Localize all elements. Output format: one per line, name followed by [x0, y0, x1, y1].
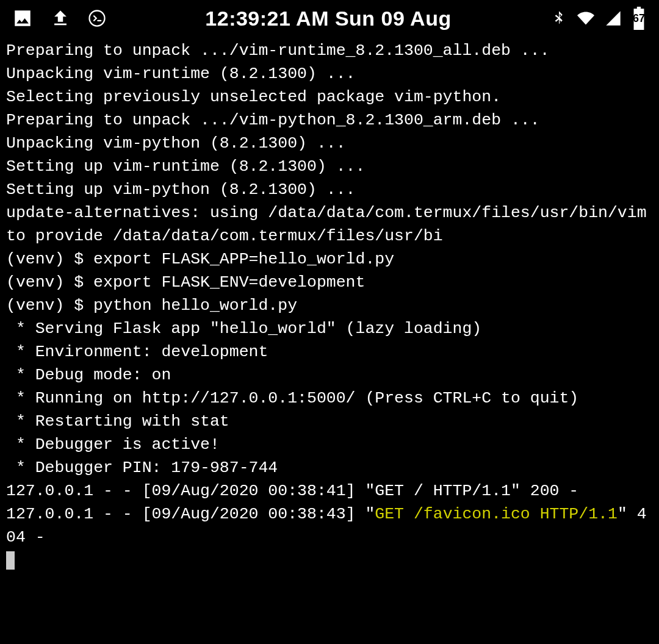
status-bar: 12:39:21 AM Sun 09 Aug 67: [0, 0, 659, 37]
terminal-text: 127.0.0.1 - - [09/Aug/2020 00:38:43] ": [6, 505, 375, 523]
terminal-text: (venv) $ export FLASK_APP=hello_world.py: [6, 250, 394, 268]
status-bar-right: 67: [550, 7, 647, 30]
terminal-cursor: [6, 551, 15, 570]
terminal-text: * Debugger PIN: 179-987-744: [6, 459, 278, 477]
battery-percent-label: 67: [631, 12, 647, 25]
terminal-text: Preparing to unpack .../vim-python_8.2.1…: [6, 111, 540, 129]
terminal-text: Unpacking vim-python (8.2.1300) ...: [6, 134, 346, 152]
terminal-text: * Debugger is active!: [6, 435, 220, 454]
cellular-signal-icon: [604, 10, 622, 27]
terminal-circle-icon: [88, 9, 106, 27]
wifi-icon: [576, 10, 596, 27]
image-icon: [12, 8, 33, 29]
battery-icon: 67: [631, 7, 647, 30]
terminal-text: * Environment: development: [6, 343, 268, 361]
terminal-text: (venv) $ export FLASK_ENV=development: [6, 273, 365, 292]
status-bar-left: [12, 7, 106, 30]
terminal-text: * Restarting with stat: [6, 412, 229, 431]
terminal-text: GET /favicon.ico HTTP/1.1: [375, 505, 618, 523]
terminal-text: (venv) $ python hello_world.py: [6, 296, 297, 315]
terminal-text: * Serving Flask app "hello_world" (lazy …: [6, 320, 481, 338]
terminal-text: Unpacking vim-runtime (8.2.1300) ...: [6, 65, 356, 83]
terminal-output[interactable]: Preparing to unpack .../vim-runtime_8.2.…: [0, 37, 659, 574]
terminal-text: * Debug mode: on: [6, 366, 171, 384]
terminal-text: 127.0.0.1 - - [09/Aug/2020 00:38:41] "GE…: [6, 482, 578, 500]
terminal-text: * Running on http://127.0.0.1:5000/ (Pre…: [6, 389, 578, 407]
terminal-text: update-alternatives: using /data/data/co…: [6, 204, 656, 245]
upload-icon: [50, 7, 71, 30]
terminal-text: Selecting previously unselected package …: [6, 88, 501, 106]
bluetooth-icon: [550, 10, 567, 27]
terminal-text: Preparing to unpack .../vim-runtime_8.2.…: [6, 41, 550, 60]
terminal-text: Setting up vim-runtime (8.2.1300) ...: [6, 157, 365, 176]
clock-label: 12:39:21 AM Sun 09 Aug: [205, 7, 451, 30]
terminal-text: Setting up vim-python (8.2.1300) ...: [6, 181, 356, 199]
